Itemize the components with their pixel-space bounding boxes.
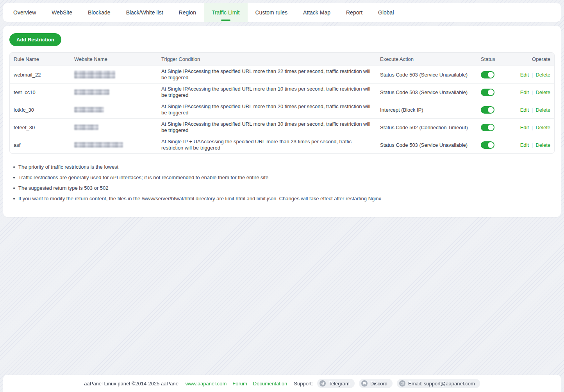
header-website-name: Website Name	[74, 56, 161, 62]
status-toggle[interactable]	[481, 89, 494, 96]
edit-link[interactable]: Edit	[520, 142, 529, 148]
trigger-condition: At Single IPAccessing the specified URL …	[161, 68, 380, 81]
rule-name: teteet_30	[10, 125, 74, 130]
note-text: If you want to modify the return content…	[18, 196, 381, 202]
tab-label: Report	[346, 9, 362, 16]
tab-label: Custom rules	[255, 9, 287, 16]
rule-name: asf	[10, 142, 74, 148]
tab-blockade[interactable]: Blockade	[80, 3, 118, 22]
operate-separator: |	[532, 125, 533, 130]
note-text: The suggested return type is 503 or 502	[18, 185, 109, 191]
discord-label: Discord	[370, 381, 387, 387]
toggle-knob	[488, 107, 494, 113]
table-row: webmail_22 At Single IPAccessing the spe…	[10, 66, 554, 83]
tab-report[interactable]: Report	[338, 3, 370, 22]
status-toggle[interactable]	[481, 141, 494, 149]
status-cell	[481, 71, 520, 78]
tab-overview[interactable]: Overview	[5, 3, 44, 22]
tab-custom-rules[interactable]: Custom rules	[248, 3, 295, 22]
trigger-condition: At Single IPAccessing the specified URL …	[161, 86, 380, 98]
website-name-cell	[74, 89, 161, 95]
delete-link[interactable]: Delete	[535, 142, 550, 148]
telegram-icon	[319, 380, 326, 387]
edit-link[interactable]: Edit	[520, 107, 529, 113]
toggle-knob	[488, 125, 494, 130]
tab-label: Attack Map	[303, 9, 330, 16]
execute-action: Status Code 503 (Service Unavailable)	[380, 72, 481, 78]
table-row: asf At Single IP + UAAccessing the speci…	[10, 136, 554, 153]
tab-label: Region	[179, 9, 196, 16]
website-name-cell	[74, 107, 161, 112]
operate-separator: |	[532, 107, 533, 113]
note-text: The priority of traffic restrictions is …	[18, 164, 118, 170]
bullet-dot-icon	[13, 187, 15, 189]
rule-name: test_cc10	[10, 89, 74, 95]
website-name-cell	[74, 125, 161, 130]
tab-region[interactable]: Region	[171, 3, 204, 22]
tab-label: Overview	[13, 9, 36, 16]
support-label: Support:	[294, 381, 313, 387]
website-name-cell	[74, 142, 161, 148]
trigger-condition: At Single IPAccessing the specified URL …	[161, 103, 380, 116]
tab-website[interactable]: WebSite	[44, 3, 80, 22]
tab-label: Global	[378, 9, 394, 16]
note-item: Traffic restrictions are generally used …	[13, 175, 555, 181]
website-name-redacted	[74, 142, 123, 148]
website-name-cell	[74, 71, 161, 78]
operate-separator: |	[532, 89, 533, 95]
tab-attack-map[interactable]: Attack Map	[295, 3, 338, 22]
website-name-redacted	[74, 125, 98, 130]
note-text: Traffic restrictions are generally used …	[18, 175, 268, 181]
table-row: teteet_30 At Single IPAccessing the spec…	[10, 118, 554, 136]
rule-name: webmail_22	[10, 72, 74, 78]
header-trigger-condition: Trigger Condition	[161, 56, 380, 62]
active-tab-indicator	[221, 20, 230, 21]
discord-badge[interactable]: Discord	[359, 379, 393, 388]
status-cell	[481, 89, 520, 96]
execute-action: Status Code 502 (Connection Timeout)	[380, 125, 481, 130]
tab-traffic-limit[interactable]: Traffic Limit	[204, 3, 248, 22]
bullet-dot-icon	[13, 166, 15, 168]
status-toggle[interactable]	[481, 71, 494, 78]
tab-label: Black/White list	[126, 9, 163, 16]
bullet-dot-icon	[13, 198, 15, 200]
website-link[interactable]: www.aapanel.com	[186, 381, 227, 387]
rules-table: Rule Name Website Name Trigger Condition…	[9, 52, 555, 154]
tab-global[interactable]: Global	[370, 3, 402, 22]
bullet-dot-icon	[13, 177, 15, 178]
tab-black-white-list[interactable]: Black/White list	[118, 3, 171, 22]
traffic-limit-panel: Add Restriction Rule Name Website Name T…	[3, 26, 561, 217]
add-restriction-button[interactable]: Add Restriction	[9, 33, 61, 46]
forum-link[interactable]: Forum	[232, 381, 247, 387]
email-icon	[399, 380, 405, 387]
tab-label: Traffic Limit	[212, 9, 240, 16]
telegram-badge[interactable]: Telegram	[317, 379, 354, 388]
header-status: Status	[481, 56, 520, 62]
tab-label: WebSite	[52, 9, 72, 16]
header-rule-name: Rule Name	[10, 56, 74, 62]
table-header-row: Rule Name Website Name Trigger Condition…	[10, 53, 554, 66]
edit-link[interactable]: Edit	[520, 72, 529, 78]
toggle-knob	[488, 89, 494, 95]
edit-link[interactable]: Edit	[520, 125, 529, 130]
trigger-condition: At Single IP + UAAccessing the specified…	[161, 139, 380, 151]
website-name-redacted	[74, 71, 115, 78]
edit-link[interactable]: Edit	[520, 89, 529, 95]
delete-link[interactable]: Delete	[535, 107, 550, 113]
table-row: lotkfc_30 At Single IPAccessing the spec…	[10, 101, 554, 118]
status-toggle[interactable]	[481, 124, 494, 131]
top-nav: Overview WebSite Blockade Black/White li…	[3, 3, 561, 22]
note-item: If you want to modify the return content…	[13, 196, 555, 202]
tab-label: Blockade	[88, 9, 111, 16]
documentation-link[interactable]: Documentation	[253, 381, 287, 387]
email-badge[interactable]: Email: support@aapanel.com	[397, 379, 480, 388]
delete-link[interactable]: Delete	[535, 125, 550, 130]
toggle-knob	[488, 142, 494, 148]
delete-link[interactable]: Delete	[535, 89, 550, 95]
toggle-knob	[488, 72, 494, 78]
footer: aaPanel Linux panel ©2014-2025 aaPanel w…	[3, 375, 561, 392]
rule-name: lotkfc_30	[10, 107, 74, 113]
status-toggle[interactable]	[481, 106, 494, 114]
delete-link[interactable]: Delete	[535, 72, 550, 78]
trigger-condition: At Single IPAccessing the specified URL …	[161, 121, 380, 134]
